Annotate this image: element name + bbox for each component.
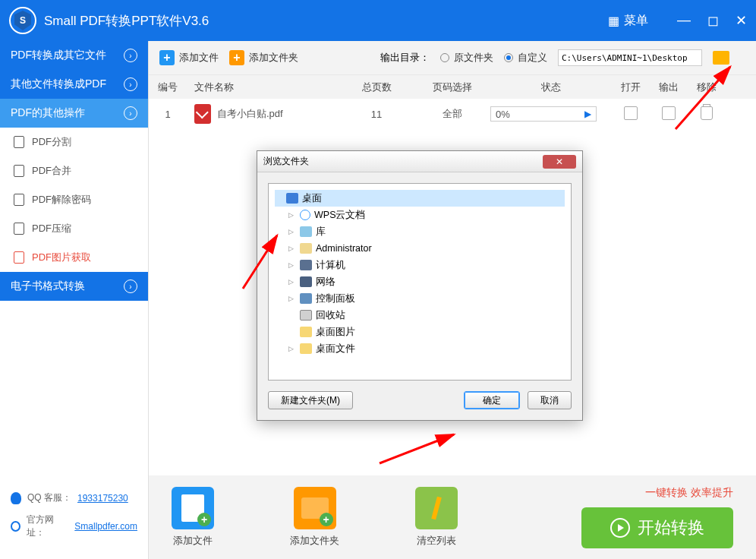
ic-lib-icon <box>300 226 312 237</box>
sidebar-item-compress[interactable]: PDF压缩 <box>0 214 148 243</box>
new-folder-button[interactable]: 新建文件夹(M) <box>268 391 353 409</box>
bb-label: 添加文件夹 <box>290 534 339 548</box>
radio-icon <box>504 53 513 62</box>
row-pages: 11 <box>339 109 414 120</box>
expand-icon: ▷ <box>288 261 296 269</box>
tree-item[interactable]: ▷WPS云文档 <box>275 207 565 223</box>
tree-label: 回收站 <box>316 309 345 322</box>
expand-icon: ▷ <box>288 278 296 286</box>
tree-item[interactable]: ▷桌面文件 <box>275 340 565 357</box>
toolbar: +添加文件 +添加文件夹 输出目录： 原文件夹 自定义 <box>149 41 756 74</box>
col-del: 移除 <box>688 81 726 94</box>
trash-icon[interactable] <box>701 106 713 120</box>
sidebar-group-label: 其他文件转换成PDF <box>11 77 106 91</box>
dialog-titlebar[interactable]: 浏览文件夹✕ <box>257 151 582 172</box>
sidebar-item-extract-images[interactable]: PDF图片获取 <box>0 243 148 272</box>
ic-pc-icon <box>300 260 312 270</box>
sidebar-group-pdf-to-other[interactable]: PDF转换成其它文件› <box>0 41 148 70</box>
open-icon[interactable] <box>624 106 638 120</box>
tree-item[interactable]: ▷计算机 <box>275 257 565 273</box>
bottom-bar: +添加文件 +添加文件夹 清空列表 一键转换 效率提升 开始转换 <box>149 475 756 559</box>
ok-button[interactable]: 确定 <box>464 391 520 409</box>
file-icon <box>14 223 24 235</box>
tree-item[interactable]: 回收站 <box>275 307 565 324</box>
tree-item[interactable]: ▷控制面板 <box>275 290 565 307</box>
sidebar: PDF转换成其它文件› 其他文件转换成PDF› PDF的其他操作› PDF分割 … <box>0 41 149 559</box>
row-filename: 自考小白贴.pdf <box>217 107 283 121</box>
row-page-select[interactable]: 全部 <box>414 107 490 121</box>
dialog-close-button[interactable]: ✕ <box>543 155 576 169</box>
maximize-button[interactable]: ◻ <box>707 12 719 29</box>
radio-original[interactable]: 原文件夹 <box>440 51 493 65</box>
row-num: 1 <box>149 109 187 120</box>
site-link[interactable]: Smallpdfer.com <box>74 521 137 532</box>
bb-clear[interactable]: 清空列表 <box>415 487 458 548</box>
bb-label: 添加文件 <box>173 534 213 548</box>
qq-label: QQ 客服： <box>27 491 71 504</box>
expand-icon: ▷ <box>288 228 296 235</box>
table-header: 编号 文件名称 总页数 页码选择 状态 打开 输出 移除 <box>149 74 756 99</box>
folder-tree: 桌面▷WPS云文档▷库▷Administrator▷计算机▷网络▷控制面板回收站… <box>268 183 572 381</box>
bb-add-file[interactable]: +添加文件 <box>172 487 214 548</box>
sidebar-footer: QQ 客服：1933175230 官方网址：Smallpdfer.com <box>0 481 148 559</box>
sidebar-group-other-to-pdf[interactable]: 其他文件转换成PDF› <box>0 70 148 99</box>
file-icon: + <box>172 487 214 529</box>
tree-label: 桌面 <box>302 192 322 205</box>
menu-button[interactable]: ▦ 菜单 <box>608 13 648 29</box>
bb-add-folder[interactable]: +添加文件夹 <box>290 487 339 548</box>
radio-custom[interactable]: 自定义 <box>504 51 547 65</box>
progress-bar[interactable]: 0%▶ <box>490 106 597 122</box>
add-file-label: 添加文件 <box>179 51 219 65</box>
table-row[interactable]: 1 自考小白贴.pdf 11 全部 0%▶ <box>149 99 756 129</box>
tree-item[interactable]: ▷库 <box>275 223 565 240</box>
plus-icon: + <box>229 50 244 65</box>
expand-icon: ▷ <box>288 345 296 352</box>
output-icon[interactable] <box>662 106 676 120</box>
file-icon <box>14 165 24 177</box>
tree-item[interactable]: 桌面图片 <box>275 324 565 340</box>
browse-folder-button[interactable] <box>713 51 729 65</box>
play-icon <box>610 518 630 538</box>
chevron-right-icon: › <box>124 106 137 120</box>
ic-folder-icon <box>300 327 312 337</box>
col-sel: 页码选择 <box>414 81 490 94</box>
sidebar-item-split[interactable]: PDF分割 <box>0 128 148 156</box>
tree-item[interactable]: 桌面 <box>275 190 565 207</box>
col-pages: 总页数 <box>339 81 414 94</box>
add-file-button[interactable]: +添加文件 <box>159 50 219 65</box>
sidebar-item-label: PDF解除密码 <box>32 193 91 207</box>
play-icon: ▶ <box>584 109 591 119</box>
sidebar-group-ebook[interactable]: 电子书格式转换› <box>0 272 148 301</box>
expand-icon: ▷ <box>288 245 296 252</box>
start-button[interactable]: 开始转换 <box>581 507 733 548</box>
app-logo: S <box>9 7 36 34</box>
tree-label: 库 <box>316 226 326 238</box>
minimize-button[interactable]: ― <box>677 12 691 29</box>
sidebar-group-pdf-ops[interactable]: PDF的其他操作› <box>0 99 148 128</box>
ic-cloud-icon <box>300 210 310 220</box>
ic-user-icon <box>300 243 312 254</box>
sidebar-item-label: PDF合并 <box>32 164 71 178</box>
ic-folder-icon <box>300 343 312 354</box>
output-path-input[interactable] <box>558 49 702 66</box>
sidebar-item-label: PDF分割 <box>32 135 71 149</box>
expand-icon: ▷ <box>288 295 296 302</box>
tree-item[interactable]: ▷Administrator <box>275 240 565 257</box>
col-name: 文件名称 <box>187 81 339 94</box>
qq-link[interactable]: 1933175230 <box>77 493 128 504</box>
tree-item[interactable]: ▷网络 <box>275 273 565 290</box>
file-icon <box>14 251 24 264</box>
cancel-button[interactable]: 取消 <box>528 391 572 409</box>
sidebar-item-merge[interactable]: PDF合并 <box>0 156 148 185</box>
tree-label: 网络 <box>316 276 335 289</box>
sidebar-group-label: PDF转换成其它文件 <box>11 49 106 62</box>
tree-label: 桌面图片 <box>316 326 355 339</box>
ic-panel-icon <box>300 293 312 304</box>
add-folder-button[interactable]: +添加文件夹 <box>229 50 298 65</box>
start-label: 开始转换 <box>638 516 704 539</box>
ic-desktop-icon <box>286 193 298 204</box>
folder-icon: + <box>294 487 336 529</box>
close-button[interactable]: ✕ <box>736 12 747 29</box>
sidebar-item-unlock[interactable]: PDF解除密码 <box>0 185 148 214</box>
pdf-icon <box>194 104 211 124</box>
